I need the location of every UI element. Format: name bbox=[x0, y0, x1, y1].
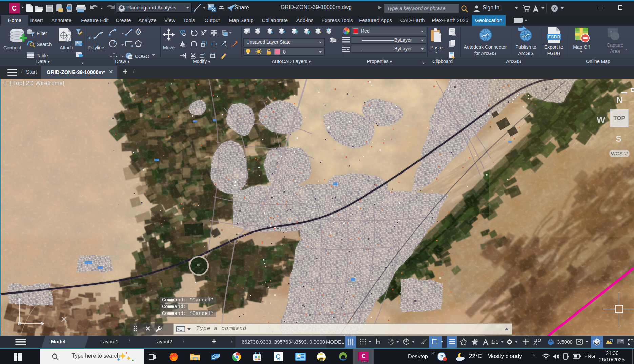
svg-text:ArcGIS: ArcGIS bbox=[506, 59, 521, 64]
svg-text:Move: Move bbox=[163, 45, 175, 50]
svg-text:AutoCAD Layers ▾: AutoCAD Layers ▾ bbox=[272, 59, 311, 64]
svg-text:Publish to: Publish to bbox=[515, 44, 536, 50]
svg-text:Properties ▾: Properties ▾ bbox=[367, 59, 392, 64]
svg-text:Paste: Paste bbox=[430, 45, 443, 50]
svg-text:↘: ↘ bbox=[421, 60, 424, 64]
svg-text:C: C bbox=[362, 353, 366, 359]
svg-text:EC: EC bbox=[320, 359, 323, 361]
svg-text:for ArcGIS: for ArcGIS bbox=[474, 50, 496, 56]
svg-text:?: ? bbox=[440, 354, 443, 359]
svg-text:C3D: C3D bbox=[363, 360, 366, 362]
svg-text:Attach: Attach bbox=[60, 45, 73, 50]
svg-text:Map Off: Map Off bbox=[573, 44, 590, 50]
svg-text:Clipboard: Clipboard bbox=[432, 59, 453, 64]
svg-text:Data ▾: Data ▾ bbox=[36, 59, 50, 64]
svg-text:COGO: COGO bbox=[135, 54, 149, 59]
svg-text:0: 0 bbox=[283, 49, 286, 55]
svg-text:Online Map: Online Map bbox=[586, 59, 610, 64]
svg-text:Connect: Connect bbox=[3, 45, 21, 50]
svg-text:Autodesk Connector: Autodesk Connector bbox=[464, 44, 507, 50]
svg-text:Polyline: Polyline bbox=[87, 45, 104, 50]
svg-text:Capture: Capture bbox=[607, 42, 623, 48]
svg-text:Search: Search bbox=[37, 42, 52, 47]
svg-text:Filter: Filter bbox=[37, 31, 47, 36]
svg-text:Export to: Export to bbox=[544, 44, 563, 50]
svg-text:?: ? bbox=[553, 6, 556, 11]
svg-text:FGDB: FGDB bbox=[547, 50, 560, 56]
svg-text:Area: Area bbox=[610, 48, 620, 54]
svg-text:FGDB: FGDB bbox=[548, 34, 560, 39]
svg-text:Modify ▾: Modify ▾ bbox=[193, 59, 210, 64]
svg-text:↘: ↘ bbox=[80, 60, 83, 64]
svg-text:Table: Table bbox=[37, 53, 48, 58]
svg-text:C: C bbox=[12, 4, 17, 12]
svg-text:ArcGIS: ArcGIS bbox=[518, 50, 533, 56]
svg-text:Draw ▾: Draw ▾ bbox=[115, 59, 130, 64]
